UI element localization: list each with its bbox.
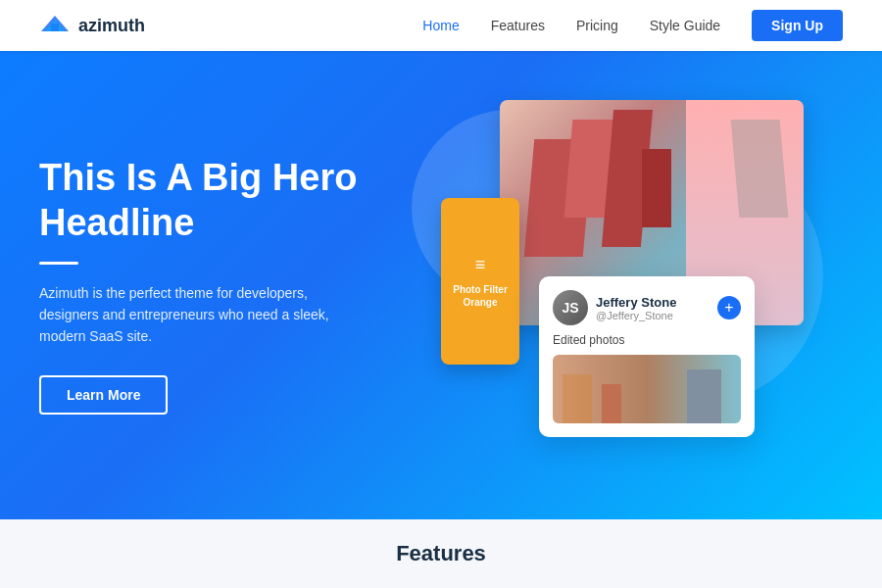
hero-divider: [39, 262, 78, 265]
arch-right-shape: [731, 120, 789, 218]
nav-link-styleguide[interactable]: Style Guide: [650, 18, 720, 33]
nav-link-features[interactable]: Features: [491, 18, 545, 33]
nav-link-home[interactable]: Home: [422, 18, 459, 33]
building-shape-1: [563, 374, 592, 423]
nav-link-pricing[interactable]: Pricing: [576, 18, 618, 33]
features-section: Features: [0, 519, 882, 588]
social-card-header: JS Jeffery Stone @Jeffery_Stone +: [553, 290, 741, 325]
social-user-info: JS Jeffery Stone @Jeffery_Stone: [553, 290, 676, 325]
building-shape-2: [602, 384, 621, 423]
features-title: Features: [396, 541, 486, 566]
hero-section: This Is A Big Hero Headline Azimuth is t…: [0, 51, 882, 519]
arch-shape-4: [642, 149, 671, 227]
orange-card-label: Photo Filter Orange: [453, 283, 508, 309]
logo-text: azimuth: [78, 16, 145, 36]
social-user-details: Jeffery Stone @Jeffery_Stone: [596, 295, 676, 321]
learn-more-button[interactable]: Learn More: [39, 375, 168, 415]
navbar: azimuth Home Features Pricing Style Guid…: [0, 0, 882, 51]
social-caption: Edited photos: [553, 333, 741, 347]
logo-icon: [39, 14, 71, 37]
menu-icon: ≡: [475, 255, 486, 275]
social-name: Jeffery Stone: [596, 295, 676, 310]
hero-text-block: This Is A Big Hero Headline Azimuth is t…: [39, 156, 412, 414]
social-card: JS Jeffery Stone @Jeffery_Stone + Edited…: [539, 276, 755, 437]
logo[interactable]: azimuth: [39, 14, 145, 37]
nav-links: Home Features Pricing Style Guide Sign U…: [422, 10, 843, 41]
svg-rect-2: [51, 24, 59, 31]
avatar: JS: [553, 290, 588, 325]
building-shape-3: [687, 369, 721, 423]
hero-description: Azimuth is the perfect theme for develop…: [39, 282, 343, 348]
social-photo: [553, 355, 741, 423]
signup-button[interactable]: Sign Up: [752, 10, 843, 41]
social-add-button[interactable]: +: [717, 296, 741, 319]
hero-title: This Is A Big Hero Headline: [39, 156, 412, 245]
orange-filter-card: ≡ Photo Filter Orange: [441, 198, 519, 365]
hero-visuals: ≡ Photo Filter Orange JS Jeffery Stone @…: [441, 80, 853, 492]
social-handle: @Jeffery_Stone: [596, 310, 676, 321]
